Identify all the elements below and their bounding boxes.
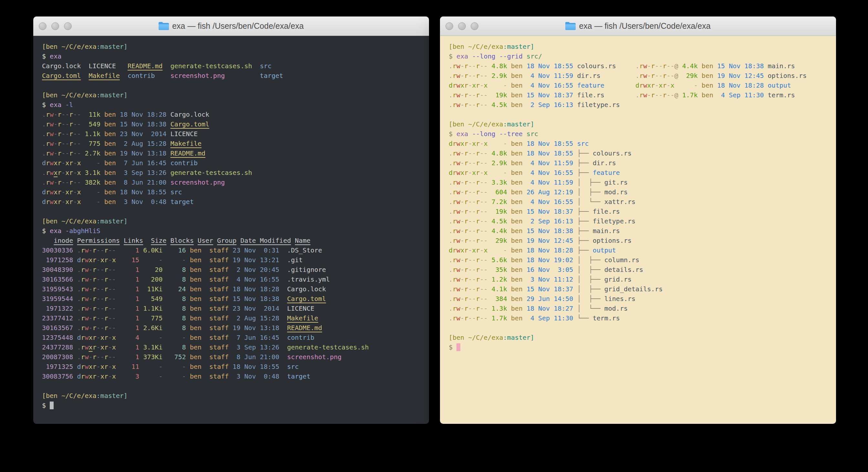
minimize-button[interactable] [51,22,59,30]
text-segment: r [476,140,480,147]
text-segment: - [61,169,65,177]
terminal-line [42,81,429,90]
text-segment: r [464,188,468,196]
text-segment: .gitignore [287,266,326,273]
text-segment: r [464,72,468,80]
text-segment: w [50,188,54,196]
text-segment: - [480,62,484,70]
text-segment [457,343,460,351]
text-segment: - [65,149,69,157]
text-segment: r [453,149,457,157]
text-segment: - [468,82,472,89]
text-segment: x [54,159,58,167]
text-segment: │ ├── [573,256,604,264]
text-segment: 2.9k [488,72,507,80]
text-segment: 3.1Ki [139,343,162,351]
text-segment: ben [100,140,116,147]
text-segment [279,343,287,351]
zoom-button[interactable] [64,22,72,30]
text-segment: - [97,266,100,273]
zoom-button[interactable] [471,22,478,30]
text-segment: - [100,246,104,254]
text-segment: Name [295,237,310,244]
text-segment: r [58,159,61,167]
text-segment: r [81,353,85,361]
text-segment: Cargo.toml [287,295,326,303]
text-segment: - [468,314,472,322]
folder-icon [159,22,169,30]
text-segment: 752 [162,353,186,361]
minimize-button[interactable] [458,22,466,30]
text-segment: 1.3k [488,304,507,312]
text-segment: - [81,188,100,196]
text-segment: └── [573,314,592,322]
close-button[interactable] [39,22,46,30]
text-segment: ben [507,304,523,312]
text-segment: - [100,324,104,332]
text-segment: - [460,256,464,264]
text-segment: w [85,275,89,283]
text-segment: --long --tree [472,130,527,138]
window-titlebar[interactable]: exa — fish /Users/ben/Code/exa/exa [33,17,429,36]
terminal-output[interactable]: [ben ~/C/e/exa:master]$ exa --long --gri… [440,36,836,352]
text-segment: 18 Nov 18:55 [523,62,574,70]
text-segment: r [69,198,73,206]
text-segment: Cargo.lock [287,285,326,293]
text-segment: 3 [116,373,139,380]
text-segment: ben [507,237,523,244]
window-titlebar[interactable]: exa — fish /Users/ben/Code/exa/exa [440,17,836,36]
text-segment: - [484,295,488,303]
text-segment: ben [507,285,523,293]
text-segment: │ ├── [573,266,604,273]
text-segment: x [100,363,104,371]
terminal-window-dark: exa — fish /Users/ben/Code/exa/exa [ben … [33,17,429,424]
close-button[interactable] [445,22,453,30]
text-segment: r [464,256,468,264]
text-segment: . [42,169,46,177]
text-segment: r [93,343,97,351]
text-segment: r [464,149,468,157]
text-segment: - [472,256,476,264]
text-segment: .DS_Store [287,246,322,254]
text-segment: 23 Nov 2014 [116,130,167,138]
text-segment: r [453,91,457,99]
text-segment: w [457,295,460,303]
text-segment: - [468,237,472,244]
text-segment: r [464,304,468,312]
text-segment: - [112,246,116,254]
text-segment: r [476,198,480,206]
text-segment: - [480,304,484,312]
text-segment: 1.1Ki [139,304,162,312]
text-segment: - [480,91,484,99]
text-segment: r [93,334,97,342]
text-segment: - [61,140,65,147]
text-segment: ben [100,111,116,118]
terminal-line: .rw-r--r-- 19k ben 15 Nov 18:37 file.rs … [449,90,836,100]
text-segment: ben [186,295,202,303]
text-segment: - [73,198,77,206]
terminal-output[interactable]: [ben ~/C/e/exa:master]$ exaCargo.lock LI… [33,36,429,410]
text-segment: - [108,266,112,273]
text-segment: r [662,82,666,89]
text-segment: - [480,256,484,264]
text-segment: - [108,285,112,293]
terminal-line: [ben ~/C/e/exa:master] [42,42,429,51]
text-segment: filetype.rs [577,101,620,109]
text-segment: - [484,188,488,196]
text-segment: 1 [116,324,139,332]
text-segment: . [449,91,453,99]
text-segment: r [453,198,457,206]
text-segment [166,169,170,177]
text-segment: - [97,256,100,264]
text-segment [573,101,577,109]
text-segment: - [89,353,93,361]
text-segment: staff [202,324,229,332]
text-segment: :master] [503,43,534,51]
text-segment: r [58,140,61,147]
text-segment: - [61,130,65,138]
window-title-text: exa — fish /Users/ben/Code/exa/exa [172,21,304,31]
text-segment [73,295,77,303]
text-segment: 4 Nov 16:55 [523,198,574,206]
text-segment: ben [507,169,523,177]
text-segment: - [472,275,476,283]
